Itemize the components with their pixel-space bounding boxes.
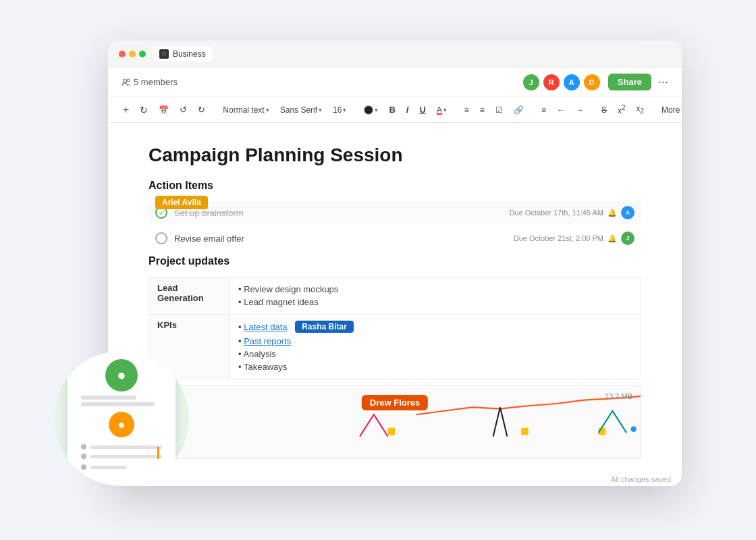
project-updates-heading: Project updates [148,255,641,267]
svg-point-1 [127,79,130,82]
align-button[interactable]: ≡ [537,103,550,117]
action-items-heading: Action Items [148,180,641,192]
fc-line-4 [90,455,162,458]
fc-line-3 [90,446,162,449]
bell-icon-2: 🔔 [608,234,617,243]
avatar-r: R [542,73,561,92]
share-button[interactable]: Share [608,74,651,90]
indent-decrease-button[interactable]: ← [553,103,569,117]
chevron-down-icon-4: ▾ [375,107,378,113]
redo-icon: ↻ [198,105,205,115]
list-item-takeaways: Takeaways [238,360,632,373]
dot-indicator-2 [81,454,86,459]
rasha-bitar-tooltip: Rasha Bitar [295,321,354,333]
assignee-avatar-2: J [621,232,634,245]
more-formats-button[interactable]: More ▾ [657,103,682,117]
bold-button[interactable]: B [385,103,399,117]
chart-size-label: 13.2 MB [605,392,632,400]
assignee-avatar-1: A [621,206,634,219]
svg-rect-3 [521,428,528,435]
action-text-2: Revise email offer [174,234,514,244]
list-item-past: Past reports [238,335,632,348]
floating-card-inner: ● ● [68,351,176,486]
add-button[interactable]: + [119,102,133,118]
list-item: Lead magnet ideas [238,296,632,308]
due-label-2: Due October 21st, 2:00 PM 🔔 J [514,232,634,245]
list-item: Review design mockups [238,283,632,296]
avatar-j: J [522,73,541,92]
action-item-1: Set up brainstorm Due October 17th, 11:4… [148,201,641,224]
toolbar: + ↻ 📅 ↺ ↻ Normal text ▾ Sans Serif ▾ [108,97,682,123]
person-icon-orange: ● [118,418,126,432]
strikethrough-button[interactable]: S [597,103,611,117]
size-select[interactable]: 16 ▾ [329,103,350,117]
action-item-wrapper-2: Revise email offer Due October 21st, 2:0… [148,227,641,250]
row-content-lead: Review design mockups Lead magnet ideas [230,277,641,315]
fc-line-5 [90,466,127,469]
app-header: 5 members J R A D Share ··· [108,68,682,97]
svg-rect-2 [388,428,395,435]
members-count: 5 members [134,77,178,87]
calendar-icon[interactable]: 📅 [155,103,173,117]
action-item-2: Revise email offer Due October 21st, 2:0… [148,227,641,250]
bullet-list-button[interactable]: ≡ [460,103,473,117]
subscript-button[interactable]: x2 [632,102,648,117]
underline-button[interactable]: U [415,103,429,117]
drew-flores-tooltip: Drew Flores [362,395,428,410]
project-table: LeadGeneration Review design mockups Lea… [148,277,641,379]
more-button[interactable]: ··· [658,75,668,89]
avatar-stack: J R A D [522,73,601,92]
chevron-down-icon-2: ▾ [319,107,322,113]
action-item-wrapper-1: Set up brainstorm Due October 17th, 11:4… [148,201,641,224]
circle-icon-2 [155,232,167,244]
avatar-d: D [583,73,601,92]
list-item-latest: Latest data Rasha Bitar [238,320,632,335]
chevron-down-icon: ▾ [266,107,269,113]
lead-gen-list: Review design mockups Lead magnet ideas [238,283,632,308]
undo-icon: ↺ [180,105,187,115]
due-date-1: Due October 17th, 11:45 AM [510,209,603,217]
document-content: Campaign Planning Session Action Items S… [108,123,682,486]
action-text-1: Set up brainstorm [174,208,510,218]
browser-chrome: □ Business [108,40,682,68]
avatar-a: A [562,73,581,92]
redo-button[interactable]: ↻ [194,103,209,117]
font-select[interactable]: Sans Serif ▾ [276,103,326,117]
tab-label: Business [173,49,206,59]
status-bar: All changes saved [600,473,682,486]
checklist-button[interactable]: ☑ [491,103,507,117]
maximize-dot[interactable] [139,51,146,57]
members-count-label: 5 members [122,77,178,87]
num-list-button[interactable]: ≡ [476,103,489,117]
ariel-avila-tooltip: Ariel Avila [155,196,208,209]
browser-tab[interactable]: □ Business [153,47,213,61]
italic-button[interactable]: I [402,103,413,117]
color-picker[interactable]: ▾ [360,103,382,117]
person-icon-green: ● [117,367,126,384]
avatar-orange-card: ● [109,412,134,437]
link-button[interactable]: 🔗 [510,103,528,117]
superscript-button[interactable]: x2 [614,102,630,117]
chevron-down-icon-3: ▾ [343,107,346,113]
latest-data-link[interactable]: Latest data [244,322,287,332]
header-left: 5 members [122,77,178,87]
minimize-dot[interactable] [129,51,136,57]
tab-icon: □ [159,49,169,59]
header-right: J R A D Share ··· [522,73,668,92]
svg-point-0 [124,79,127,82]
format-select[interactable]: Normal text ▾ [219,103,273,117]
kpi-list: Latest data Rasha Bitar Past reports Ana… [238,320,632,373]
members-icon [122,78,131,87]
font-color-button[interactable]: A ▾ [433,103,451,117]
close-dot[interactable] [119,51,126,57]
bell-icon-1: 🔔 [608,209,617,217]
browser-window: □ Business 5 members J [108,40,682,486]
table-row-kpis: KPIs Latest data Rasha Bitar Past report… [149,315,641,379]
refresh-icon[interactable]: ↻ [136,103,152,117]
undo-button[interactable]: ↺ [176,103,191,117]
row-content-kpis: Latest data Rasha Bitar Past reports Ana… [230,315,641,379]
floating-card: ● ● [54,351,189,486]
past-reports-link[interactable]: Past reports [244,336,291,346]
doc-title: Campaign Planning Session [148,144,641,166]
indent-increase-button[interactable]: → [572,103,588,117]
